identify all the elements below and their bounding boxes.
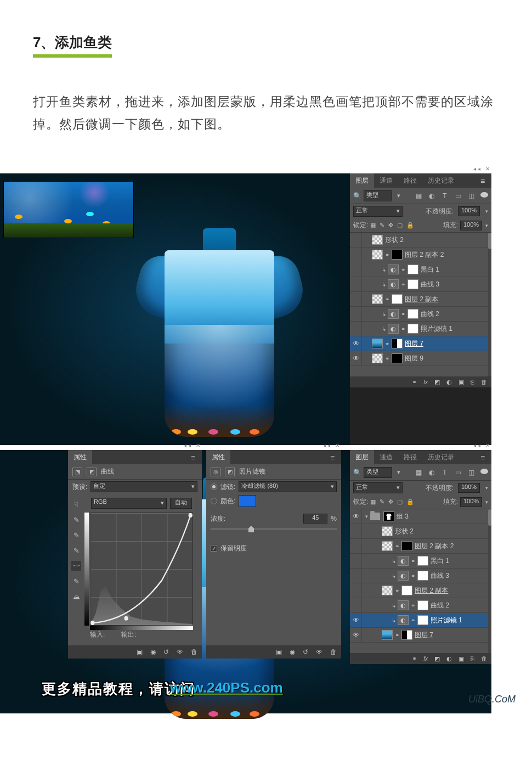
filter-type-select[interactable]: 类型 [364,190,392,201]
layer-name[interactable]: 形状 2 [395,527,414,536]
panel-menu-icon[interactable] [191,453,200,460]
curves-graph[interactable] [90,513,193,626]
layer-name[interactable]: 曲线 3 [431,571,449,581]
layer-thumb[interactable] [408,279,418,289]
layer-thumb[interactable] [408,265,418,274]
layer-row[interactable]: 形状 2 [350,233,491,247]
layer-thumb[interactable] [372,353,383,363]
panel-window-controls[interactable]: ◂◂ ✕ [323,442,341,448]
layer-mask-icon[interactable]: ◩ [434,379,440,386]
layer-thumb[interactable] [382,526,393,536]
layer-thumb[interactable]: ⚭ [401,267,405,273]
layer-row[interactable]: ⚭图层 2 副本 [350,583,491,598]
footer-link[interactable]: www.240PS.com [170,679,283,696]
layer-row[interactable]: 👁⚭图层 9 [350,351,491,366]
layer-thumb[interactable]: ⚭ [401,311,405,317]
lock-brush-icon[interactable]: ✎ [380,498,384,505]
new-adjustment-icon[interactable]: ◐ [446,655,452,662]
layer-thumb[interactable] [392,353,403,363]
filter-pixel-icon[interactable]: ▦ [415,469,422,476]
layer-name[interactable]: 照片滤镜 1 [431,616,462,625]
density-value-input[interactable]: 45 [303,514,327,524]
fill-value[interactable]: 100% [460,221,482,230]
layer-name[interactable]: 图层 7 [415,631,433,640]
layer-row[interactable]: ⚭图层 2 副本 2 [350,247,491,262]
filter-radio[interactable] [211,483,217,490]
visibility-icon[interactable] [350,262,362,277]
color-radio[interactable] [211,498,217,504]
link-layers-icon[interactable]: ⚭ [412,655,417,662]
tab-layers[interactable]: 图层 [350,173,374,188]
blend-mode-select[interactable]: 正常 [353,482,403,493]
layer-thumb[interactable]: ⚭ [411,617,415,623]
scrollbar[interactable] [488,509,491,653]
filter-type-icon[interactable]: T [441,469,449,476]
layer-row[interactable]: ↳◐⚭曲线 3 [350,569,491,583]
layer-thumb[interactable]: ⚭ [385,341,389,347]
fill-value[interactable]: 100% [460,497,482,507]
layer-thumb[interactable] [382,630,393,640]
layer-thumb[interactable] [401,630,412,640]
visibility-icon[interactable]: 👁 [350,628,362,642]
layer-mask-icon[interactable]: ◩ [434,655,440,662]
layer-thumb[interactable]: ⚭ [411,573,415,579]
blend-mode-select[interactable]: 正常 [353,206,403,217]
layer-thumb[interactable]: ⚭ [401,326,405,332]
scrollbar[interactable] [488,233,491,376]
fish-material-thumbnail[interactable] [3,181,134,238]
new-layer-icon[interactable]: ⎘ [471,379,474,385]
panel-window-controls[interactable]: ◂◂ ✕ [184,442,202,448]
layer-name[interactable]: 黑白 1 [421,265,439,274]
layer-thumb[interactable] [392,294,403,304]
tab-paths[interactable]: 路径 [398,173,422,188]
layer-thumb[interactable] [372,250,383,260]
layer-name[interactable]: 图层 2 副本 [405,295,438,304]
layer-thumb[interactable] [417,600,428,610]
filter-adjust-icon[interactable]: ◐ [428,192,435,200]
layer-name[interactable]: 图层 7 [405,339,423,348]
layer-row[interactable]: ⚭图层 2 副本 [350,292,491,307]
layer-thumb[interactable] [408,324,418,334]
visibility-icon[interactable] [350,524,362,538]
layer-row[interactable]: ↳◐⚭曲线 2 [350,598,491,613]
new-layer-icon[interactable]: ⎘ [471,655,474,662]
delete-icon[interactable]: 🗑 [330,648,337,656]
layer-thumb[interactable] [372,235,383,245]
new-group-icon[interactable]: ▣ [459,379,464,386]
visibility-icon[interactable] [350,277,362,291]
visibility-icon[interactable] [350,583,362,598]
layer-row[interactable]: ⚭图层 2 副本 2 [350,539,491,554]
layer-thumb[interactable] [382,586,393,595]
visibility-icon[interactable] [350,292,362,306]
layer-thumb[interactable]: ⚭ [395,588,399,594]
visibility-icon[interactable] [350,307,362,321]
mask-icon[interactable]: ◩ [87,468,97,476]
visibility-icon[interactable]: 👁 [350,351,362,365]
layer-name[interactable]: 曲线 2 [431,601,449,610]
visibility-icon[interactable] [350,598,362,612]
tab-properties[interactable]: 属性 [68,450,92,464]
layer-row[interactable]: ↳◐⚭黑白 1 [350,554,491,569]
layer-thumb[interactable] [372,339,383,348]
filter-toggle[interactable] [480,469,488,474]
layer-row[interactable]: 👁↳◐⚭照片滤镜 1 [350,613,491,628]
layer-thumb[interactable]: ⚭ [395,632,399,638]
layer-row[interactable]: ↳◐⚭曲线 3 [350,277,491,292]
layer-thumb[interactable] [401,586,412,595]
visibility-icon[interactable] [350,233,362,247]
reset-icon[interactable]: ↺ [303,648,308,656]
layer-name[interactable]: 组 3 [397,512,409,521]
curve-pencil-tool-icon[interactable]: ✎ [71,576,81,586]
filter-shape-icon[interactable]: ▭ [454,192,462,200]
panel-menu-icon[interactable] [330,453,339,460]
visibility-icon[interactable]: 👁 [316,648,322,656]
layer-name[interactable]: 图层 2 副本 2 [415,542,454,551]
layer-thumb[interactable]: ⚭ [385,356,389,362]
lock-artboard-icon[interactable]: ▢ [397,498,403,505]
layer-thumb[interactable]: ⚭ [411,603,415,609]
layer-thumb[interactable]: ◐ [398,600,409,610]
delete-layer-icon[interactable]: 🗑 [481,379,487,385]
visibility-icon[interactable]: 👁 [177,648,183,656]
lock-all-icon[interactable]: 🔒 [406,222,414,229]
visibility-icon[interactable] [350,554,362,568]
